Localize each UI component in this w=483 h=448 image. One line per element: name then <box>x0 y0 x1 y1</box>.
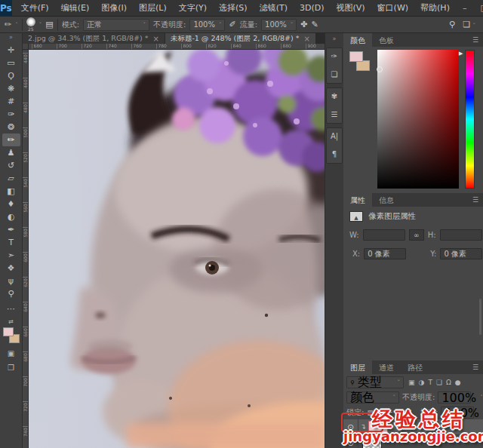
dodge-tool[interactable]: ◐ <box>2 210 20 223</box>
color-tab-1[interactable]: 色板 <box>372 33 401 47</box>
path-selection-tool[interactable]: ➣ <box>2 249 20 262</box>
zoom-tool[interactable]: ⚲ <box>2 287 20 300</box>
airbrush-icon[interactable]: ✤ <box>300 20 307 29</box>
foreground-color-swatch[interactable] <box>3 327 14 336</box>
swap-colors-icon[interactable]: ⇄ <box>8 318 14 326</box>
tab-close-icon[interactable]: × <box>152 35 158 43</box>
quick-mask-icon[interactable]: ▣ <box>8 349 14 357</box>
paragraph-panel-icon[interactable]: ¶ <box>332 149 337 160</box>
history-brush-tool[interactable]: ↺ <box>2 159 20 172</box>
character-panel-icon[interactable]: A| <box>331 131 338 142</box>
ruler-tick-label: 620 <box>23 274 29 292</box>
menu-item-9[interactable]: 窗口(W) <box>371 0 414 17</box>
tab-close-icon[interactable]: × <box>304 35 310 43</box>
brushes-panel-icon[interactable]: ✾ <box>331 91 337 102</box>
menu-item-0[interactable]: 文件(F) <box>15 0 55 17</box>
workspace-switcher-icon[interactable]: ❏ ˅ <box>463 20 475 29</box>
filter-toggle-icon[interactable]: ● <box>455 379 461 386</box>
clone-stamp-tool[interactable]: ♟ <box>2 146 20 159</box>
filter-smart-objects-icon[interactable]: Ω <box>446 379 451 386</box>
menu-item-1[interactable]: 编辑(E) <box>55 0 96 17</box>
rectangular-marquee-tool[interactable]: ▭ <box>2 57 20 69</box>
move-tool[interactable]: ✛ <box>2 44 20 57</box>
minimize-button[interactable]: – <box>456 3 474 13</box>
blend-mode-dropdown[interactable]: 正常 ˅ <box>83 19 149 31</box>
opacity-dropdown[interactable]: 100% ˅ <box>189 19 225 31</box>
properties-menu-icon[interactable]: ☰ <box>468 193 483 207</box>
properties-tab-0[interactable]: 属性 <box>343 193 372 207</box>
layers-tab-2[interactable]: 路径 <box>401 361 429 374</box>
layers-tab-0[interactable]: 图层 <box>343 361 372 374</box>
filter-pixel-layers-icon[interactable]: ▣ <box>408 379 415 386</box>
eraser-tool[interactable]: ▱ <box>2 172 20 185</box>
search-icon[interactable]: ⚲ <box>449 20 455 29</box>
menu-item-6[interactable]: 滤镜(T) <box>254 0 294 17</box>
flow-dropdown[interactable]: 100% ˅ <box>261 19 297 31</box>
toolbar-collapse-icon[interactable]: » <box>9 33 13 42</box>
pressure-size-icon[interactable]: ✎ <box>311 20 318 29</box>
menu-item-7[interactable]: 3D(D) <box>294 0 331 17</box>
panel-background-swatch[interactable] <box>356 60 370 71</box>
menu-item-2[interactable]: 图像(I) <box>95 0 133 17</box>
document-tab-1[interactable]: 未标题-1 @ 248% (图层 2, RGB/8#) *× <box>165 33 316 44</box>
properties-tab-1[interactable]: 信息 <box>372 193 401 207</box>
document-tab-0[interactable]: 2.jpg @ 34.3% (图层 1, RGB/8#) *× <box>23 33 165 44</box>
layer-opacity-dropdown[interactable]: 100% ˅ <box>438 391 471 404</box>
layers-menu-icon[interactable]: ☰ <box>468 361 483 374</box>
clone-source-panel-icon[interactable]: ❏ <box>331 69 338 80</box>
menu-item-5[interactable]: 选择(S) <box>213 0 254 17</box>
y-field[interactable]: 0 像素 <box>440 248 482 259</box>
hand-tool[interactable]: ψ <box>2 275 20 287</box>
current-tool-icon[interactable]: ✏ <box>5 20 11 29</box>
width-field[interactable] <box>363 229 405 241</box>
menu-item-8[interactable]: 视图(V) <box>330 0 371 17</box>
blur-tool[interactable]: ♦ <box>2 198 20 210</box>
brush-settings-panel-icon[interactable]: ✑ <box>331 51 337 62</box>
height-field[interactable] <box>440 229 482 241</box>
color-menu-icon[interactable]: ☰ <box>468 33 483 47</box>
layer-blend-mode-dropdown[interactable]: 颜色 ˅ <box>346 391 399 404</box>
panel-foreground-swatch[interactable] <box>349 51 363 62</box>
lasso-tool[interactable]: Ϙ <box>2 69 20 82</box>
pen-tool[interactable]: ✒ <box>2 223 20 236</box>
hue-slider-arrow-icon[interactable]: ▶ <box>459 51 463 57</box>
custom-shape-tool[interactable]: ❖ <box>2 262 20 275</box>
quick-selection-tool[interactable]: ❋ <box>2 82 20 95</box>
toggle-brush-panel-icon[interactable]: ▤ <box>45 20 53 29</box>
gradient-tool[interactable]: ◧ <box>2 185 20 198</box>
brush-tool[interactable]: ✏ <box>2 133 20 146</box>
ruler-tick-label: 500 <box>23 124 29 143</box>
crop-tool[interactable]: # <box>2 95 20 108</box>
pressure-opacity-icon[interactable]: ✐ <box>229 20 235 29</box>
spot-healing-brush-tool[interactable]: ❂ <box>2 121 20 133</box>
menu-item-10[interactable]: 帮助(H) <box>414 0 456 17</box>
menu-item-3[interactable]: 图层(L) <box>133 0 173 17</box>
color-picker-ring[interactable] <box>377 66 383 72</box>
scrollbar[interactable] <box>479 299 481 335</box>
menu-item-4[interactable]: 文字(Y) <box>173 0 213 17</box>
layer-filter-dropdown[interactable]: ⚲ 类型 ˅ <box>346 376 404 388</box>
maximize-button[interactable]: □ <box>473 3 483 13</box>
eyedropper-tool[interactable]: ✑ <box>2 108 20 121</box>
color-tab-0[interactable]: 颜色 <box>343 33 372 47</box>
dock-collapse-icon[interactable]: » <box>333 35 337 44</box>
filter-shape-layers-icon[interactable]: ❏ <box>436 379 442 386</box>
layer-opacity-label: 不透明度: <box>402 392 435 403</box>
saturation-brightness-field[interactable] <box>377 50 459 189</box>
edit-toolbar[interactable]: ⋯ <box>2 302 20 315</box>
screen-mode-icon[interactable]: ❐ <box>8 364 14 372</box>
tool-preset-caret-icon[interactable]: ˅ <box>15 22 18 28</box>
brush-preset-picker[interactable]: 25 <box>26 17 35 32</box>
canvas-image[interactable] <box>29 50 325 448</box>
link-dimensions-icon[interactable]: ∞ <box>409 229 424 241</box>
type-tool[interactable]: T <box>2 236 20 249</box>
layers-tab-1[interactable]: 通道 <box>372 361 401 374</box>
x-field[interactable]: 0 像素 <box>364 248 406 259</box>
brush-picker-caret-icon[interactable]: ˅ <box>39 22 42 28</box>
filter-adjustment-layers-icon[interactable]: ◑ <box>419 379 425 386</box>
adjustments-panel-icon[interactable]: ☰ <box>331 109 338 120</box>
filter-type-layers-icon[interactable]: T <box>428 379 432 386</box>
ruler-tick-label: 480 <box>23 100 29 118</box>
properties-panel-tabs: 属性信息☰ <box>343 193 483 207</box>
hue-slider[interactable] <box>465 50 475 189</box>
